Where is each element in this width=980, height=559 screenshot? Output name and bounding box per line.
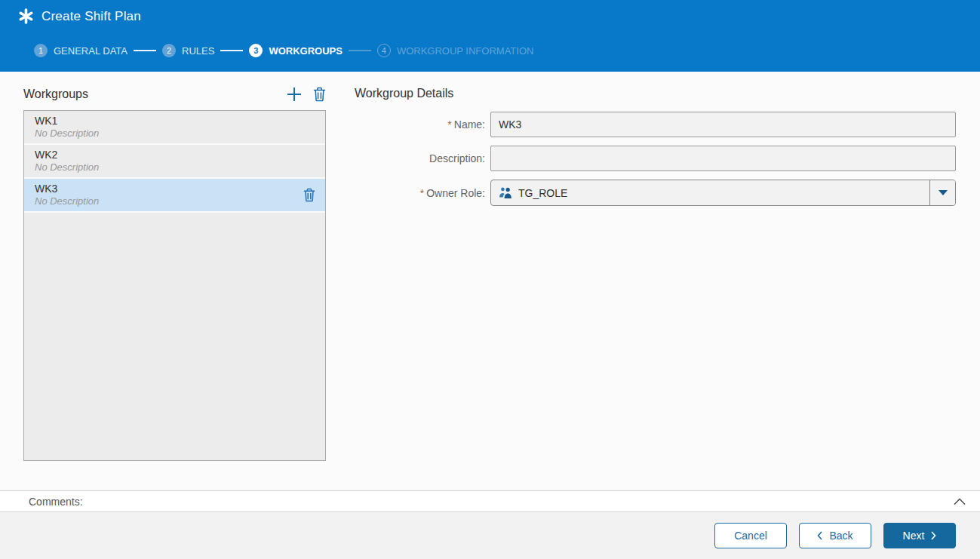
workgroup-description: No Description (35, 127, 315, 139)
details-title: Workgroup Details (355, 87, 453, 100)
plus-icon (286, 86, 303, 103)
step-rules[interactable]: 2 RULES (162, 44, 214, 57)
wizard-stepper: 1 GENERAL DATA 2 RULES 3 WORKGROUPS 4 WO… (34, 44, 533, 57)
title-row: Create Shift Plan (18, 8, 141, 24)
main-content: Workgroups (0, 72, 980, 490)
comments-label: Comments: (29, 496, 83, 508)
owner-role-row: *Owner Role: TG_ROLE (355, 180, 956, 206)
step-label: WORKGROUPS (269, 45, 343, 57)
workgroups-title: Workgroups (23, 88, 88, 101)
trash-icon (313, 87, 326, 102)
chevron-right-icon (931, 531, 936, 540)
list-item-wk1[interactable]: WK1 No Description (24, 111, 325, 145)
workgroup-description: No Description (35, 195, 315, 207)
back-button-label: Back (829, 530, 853, 542)
workgroups-actions (286, 86, 326, 103)
step-label: RULES (182, 45, 214, 57)
step-label: WORKGROUP INFORMATION (397, 45, 534, 57)
trash-icon (303, 188, 315, 202)
owner-role-label: *Owner Role: (355, 187, 490, 199)
step-number: 4 (377, 44, 391, 57)
wizard-header: Create Shift Plan 1 GENERAL DATA 2 RULES… (0, 0, 980, 72)
delete-row-button[interactable] (303, 188, 315, 204)
description-field[interactable] (490, 146, 956, 171)
name-field[interactable] (490, 112, 956, 137)
description-row: Description: (355, 146, 956, 171)
comments-section-bar[interactable]: Comments: (0, 490, 980, 512)
workgroup-name: WK1 (35, 115, 315, 127)
name-label: *Name: (355, 118, 490, 131)
step-workgroup-information[interactable]: 4 WORKGROUP INFORMATION (377, 44, 534, 57)
list-item-wk2[interactable]: WK2 No Description (24, 145, 325, 179)
step-number: 2 (162, 44, 176, 57)
workgroup-name: WK2 (35, 149, 315, 161)
required-marker: * (447, 118, 451, 131)
description-label: Description: (355, 152, 490, 164)
owner-role-combobox[interactable]: TG_ROLE (490, 180, 956, 206)
caret-down-icon (939, 190, 948, 195)
workgroups-header: Workgroups (23, 81, 326, 107)
asterisk-icon (18, 8, 34, 24)
collapse-comments-button[interactable] (953, 498, 966, 505)
step-general-data[interactable]: 1 GENERAL DATA (34, 44, 127, 57)
people-icon (499, 187, 513, 199)
step-connector (220, 50, 243, 51)
step-label: GENERAL DATA (54, 45, 127, 57)
cancel-button[interactable]: Cancel (714, 523, 787, 548)
cancel-button-label: Cancel (734, 530, 767, 542)
delete-workgroup-button[interactable] (313, 87, 326, 102)
workgroup-name: WK3 (35, 183, 315, 195)
workgroup-details-form: *Name: Description: *Owner Role: (355, 112, 956, 214)
list-item-wk3[interactable]: WK3 No Description (24, 179, 325, 213)
required-marker: * (420, 187, 424, 199)
owner-role-value: TG_ROLE (491, 180, 929, 205)
back-button[interactable]: Back (799, 523, 871, 548)
next-button-label: Next (903, 530, 925, 542)
workgroup-description: No Description (35, 161, 315, 173)
chevron-left-icon (817, 531, 822, 540)
step-number: 3 (249, 44, 263, 57)
step-workgroups[interactable]: 3 WORKGROUPS (249, 44, 343, 57)
add-workgroup-button[interactable] (286, 86, 303, 103)
owner-role-dropdown-button[interactable] (929, 180, 955, 205)
create-shift-plan-dialog: Create Shift Plan 1 GENERAL DATA 2 RULES… (0, 0, 980, 559)
next-button[interactable]: Next (883, 523, 956, 548)
step-connector (349, 50, 371, 51)
page-title: Create Shift Plan (41, 9, 141, 24)
step-number: 1 (34, 44, 48, 57)
step-connector (134, 50, 156, 51)
chevron-up-icon (953, 498, 966, 505)
name-row: *Name: (355, 112, 956, 137)
workgroups-list: WK1 No Description WK2 No Description WK… (23, 110, 326, 461)
footer-bar: Cancel Back Next (0, 512, 980, 559)
owner-role-text: TG_ROLE (518, 187, 567, 199)
